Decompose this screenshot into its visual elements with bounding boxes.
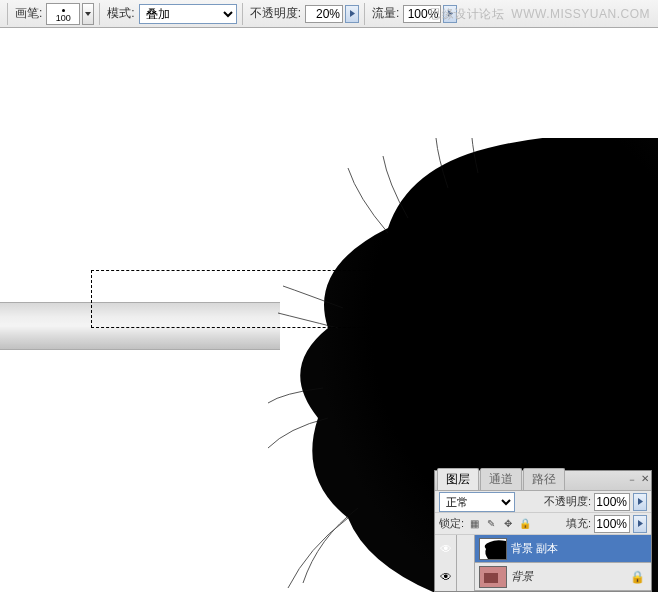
- lock-fill-row: 锁定: ▦ ✎ ✥ 🔒 填充:: [435, 513, 651, 535]
- lock-transparency-icon[interactable]: ▦: [467, 517, 481, 531]
- visibility-icon[interactable]: 👁: [435, 535, 457, 563]
- blend-mode-select[interactable]: 叠加: [139, 4, 237, 24]
- lock-pixels-icon[interactable]: ✎: [484, 517, 498, 531]
- flow-label: 流量:: [372, 5, 399, 22]
- visibility-icon[interactable]: 👁: [435, 563, 457, 591]
- opacity-input[interactable]: [305, 5, 343, 23]
- panel-tabs: 图层 通道 路径 － ✕: [435, 471, 651, 491]
- layer-fill-input[interactable]: [594, 515, 630, 533]
- layer-fill-flyout[interactable]: [633, 515, 647, 533]
- tab-layers[interactable]: 图层: [437, 468, 479, 490]
- mode-label: 模式:: [107, 5, 134, 22]
- lock-position-icon[interactable]: ✥: [501, 517, 515, 531]
- layer-thumbnail[interactable]: [479, 566, 507, 588]
- brush-label: 画笔:: [15, 5, 42, 22]
- layer-blend-select[interactable]: 正常: [439, 492, 515, 512]
- layer-item[interactable]: 👁 背景 副本: [435, 535, 651, 563]
- layer-item[interactable]: 👁 背景 🔒: [435, 563, 651, 591]
- brush-preview[interactable]: 100: [46, 3, 80, 25]
- minimize-icon[interactable]: －: [627, 473, 637, 487]
- watermark: 思缘设计论坛 WWW.MISSYUAN.COM: [429, 6, 650, 23]
- layer-thumbnail[interactable]: [479, 538, 507, 560]
- layers-panel: 图层 通道 路径 － ✕ 正常 不透明度: 锁定: ▦ ✎ ✥ 🔒 填充: 👁 …: [434, 470, 652, 592]
- brush-picker-arrow[interactable]: [82, 3, 94, 25]
- blend-opacity-row: 正常 不透明度:: [435, 491, 651, 513]
- close-icon[interactable]: ✕: [641, 473, 649, 487]
- opacity-flyout[interactable]: [345, 5, 359, 23]
- layer-opacity-flyout[interactable]: [633, 493, 647, 511]
- tab-channels[interactable]: 通道: [480, 468, 522, 490]
- marquee-selection[interactable]: [91, 270, 381, 328]
- lock-all-icon[interactable]: 🔒: [518, 517, 532, 531]
- opacity-label: 不透明度:: [250, 5, 301, 22]
- layer-list: 👁 背景 副本 👁 背景 🔒: [435, 535, 651, 591]
- tab-paths[interactable]: 路径: [523, 468, 565, 490]
- lock-icon: 🔒: [630, 570, 645, 584]
- layer-opacity-input[interactable]: [594, 493, 630, 511]
- svg-rect-2: [484, 573, 498, 583]
